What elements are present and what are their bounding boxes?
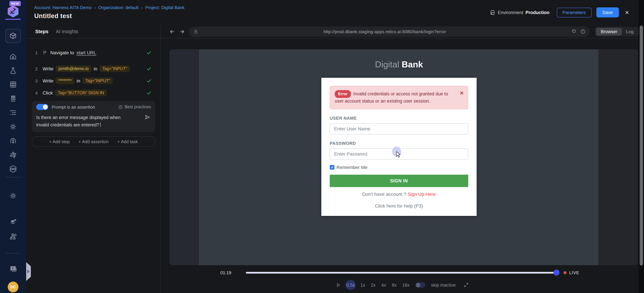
- assertion-editor-card: Prompt is an assertion Best practices Is…: [32, 101, 155, 132]
- logo-underline: [5, 19, 21, 20]
- tab-log-view[interactable]: Log: [622, 28, 638, 35]
- remember-me-label[interactable]: Remember Me: [336, 164, 368, 170]
- live-label: LIVE: [569, 270, 579, 275]
- sidebar-item-harness[interactable]: [8, 163, 19, 175]
- sidebar-item-apps[interactable]: [8, 79, 19, 90]
- start-url-link[interactable]: start URL: [76, 50, 96, 55]
- url-bar[interactable]: http://prod.dbank.staging-apps.relicx.ai…: [189, 26, 590, 37]
- toggle-knob: [43, 105, 48, 109]
- username-input[interactable]: [330, 123, 468, 134]
- help-link[interactable]: Click here for help (P3): [375, 203, 423, 208]
- sidebar-item-lab[interactable]: [8, 65, 19, 76]
- breadcrumb-organization[interactable]: Organization: default: [98, 5, 138, 10]
- parameters-button[interactable]: Parameters: [557, 7, 592, 17]
- assertion-prompt-input[interactable]: Is there an error message displayed when…: [36, 114, 151, 129]
- send-prompt-icon[interactable]: [144, 114, 150, 120]
- sidebar-item-layers-config[interactable]: [8, 216, 19, 228]
- expand-arrow-icon: [27, 270, 30, 274]
- best-practices-link[interactable]: Best practices: [118, 105, 151, 109]
- grid-icon: [9, 80, 17, 88]
- timeline-handle[interactable]: [554, 270, 560, 276]
- sidebar-item-settings[interactable]: [8, 121, 19, 132]
- steps-panel: Steps AI insights 1 Navigate to start UR…: [26, 25, 161, 293]
- fullscreen-expand-icon[interactable]: [464, 282, 469, 288]
- sidebar-divider: [5, 253, 21, 254]
- url-text[interactable]: http://prod.dbank.staging-apps.relicx.ai…: [198, 29, 571, 34]
- replay-viewport: Digital Bank ErrorInvalid credentials or…: [170, 49, 638, 265]
- breadcrumb-separator: ›: [141, 5, 142, 10]
- step-number: 3: [35, 78, 40, 83]
- remember-me-row: Remember Me: [330, 164, 468, 170]
- svg-text:?: ?: [12, 267, 14, 270]
- page-title: Untitled test: [34, 12, 184, 20]
- environment-group[interactable]: Environment Production: [490, 9, 550, 15]
- sidebar-item-checklist[interactable]: [8, 107, 19, 118]
- step-target-chip[interactable]: Tag="INPUT": [83, 77, 113, 84]
- add-step-button[interactable]: + Add step: [49, 139, 70, 144]
- save-button[interactable]: Save: [596, 7, 619, 17]
- alert-close-icon[interactable]: ✕: [460, 89, 464, 97]
- playback-controls: 0.5x 1x 2x 4x 8x 16x skip inactive: [161, 280, 644, 290]
- app-logo-icon[interactable]: [8, 5, 18, 17]
- chat-question-icon: ?: [9, 265, 17, 273]
- sidebar-item-help[interactable]: ?: [8, 263, 19, 275]
- username-label: USER NAME: [330, 115, 468, 120]
- content-split: Steps AI insights 1 Navigate to start UR…: [26, 25, 644, 293]
- step-password-chip[interactable]: ********: [56, 77, 74, 84]
- forward-arrow-icon[interactable]: [179, 29, 185, 34]
- close-icon[interactable]: ✕: [625, 9, 629, 15]
- add-assertion-button[interactable]: + Add assertion: [78, 139, 109, 144]
- tab-steps[interactable]: Steps: [35, 29, 48, 34]
- remember-me-checkbox[interactable]: [330, 165, 334, 169]
- step-value-chip[interactable]: jsmith@demo.io: [56, 65, 92, 72]
- speed-4x[interactable]: 4x: [381, 283, 386, 288]
- slack-style-icon: [9, 151, 17, 159]
- main-area: Account: Harness AITA Demo › Organizatio…: [26, 0, 644, 293]
- info-icon[interactable]: [580, 29, 586, 34]
- sidebar-item-integrations[interactable]: [8, 149, 19, 161]
- breadcrumb-project[interactable]: Project: Digital Bank: [145, 5, 184, 10]
- assertion-toggle[interactable]: [36, 104, 48, 110]
- speed-1x[interactable]: 1x: [360, 283, 365, 288]
- app-root: NEW: [0, 0, 644, 293]
- step-conjunction: in: [77, 78, 80, 83]
- sign-up-link[interactable]: Sign Up Here: [408, 191, 436, 197]
- error-badge: Error: [335, 90, 351, 98]
- tab-ai-insights[interactable]: AI insights: [56, 29, 78, 34]
- home-icon: [9, 53, 17, 61]
- scrollbar-thumb[interactable]: [640, 25, 643, 266]
- step-row-2[interactable]: 2 Write jsmith@demo.io in Tag="INPUT": [26, 65, 160, 73]
- sidebar-item-project-settings[interactable]: [8, 190, 19, 202]
- sidebar-item-home[interactable]: [8, 51, 19, 62]
- speed-0-5x[interactable]: 0.5x: [346, 280, 356, 290]
- step-target-chip[interactable]: Tag="INPUT": [100, 65, 130, 72]
- back-arrow-icon[interactable]: [170, 29, 175, 34]
- timeline-track[interactable]: [246, 272, 556, 273]
- sidebar-item-active-module[interactable]: [5, 29, 21, 43]
- breadcrumb-account[interactable]: Account: Harness AITA Demo: [34, 5, 92, 10]
- skip-inactive-toggle[interactable]: [415, 282, 425, 288]
- speed-2x[interactable]: 2x: [371, 283, 376, 288]
- add-task-button[interactable]: + Add task: [118, 139, 138, 144]
- steps-panel-header: Steps AI insights: [26, 25, 160, 38]
- step-row-4[interactable]: 4 Click Tag="BUTTON" SIGN IN: [26, 89, 160, 97]
- new-badge: NEW: [10, 1, 21, 6]
- step-row-1[interactable]: 1 Navigate to start URL: [26, 49, 160, 57]
- sign-in-button[interactable]: SIGN IN: [330, 175, 468, 187]
- password-input[interactable]: [330, 148, 468, 159]
- speed-8x[interactable]: 8x: [392, 283, 397, 288]
- step-success-check-icon: [146, 50, 152, 55]
- play-icon[interactable]: [336, 283, 341, 288]
- tab-browser-view[interactable]: Browser: [596, 28, 622, 35]
- avatar[interactable]: DC: [8, 282, 18, 292]
- sidebar-item-columns[interactable]: [8, 93, 19, 104]
- gear-icon: [9, 192, 17, 200]
- sidebar-item-pipeline-config[interactable]: [8, 231, 19, 242]
- step-target-chip[interactable]: Tag="BUTTON" SIGN IN: [55, 89, 107, 96]
- prompt-line-2: invalid credentials are entered?: [36, 122, 99, 127]
- speed-16x[interactable]: 16x: [402, 283, 410, 288]
- browser-panel: http://prod.dbank.staging-apps.relicx.ai…: [161, 25, 644, 293]
- step-row-3[interactable]: 3 Write ******** in Tag="INPUT": [26, 77, 160, 85]
- refresh-icon[interactable]: [571, 29, 576, 34]
- sidebar-item-insights[interactable]: [8, 135, 19, 146]
